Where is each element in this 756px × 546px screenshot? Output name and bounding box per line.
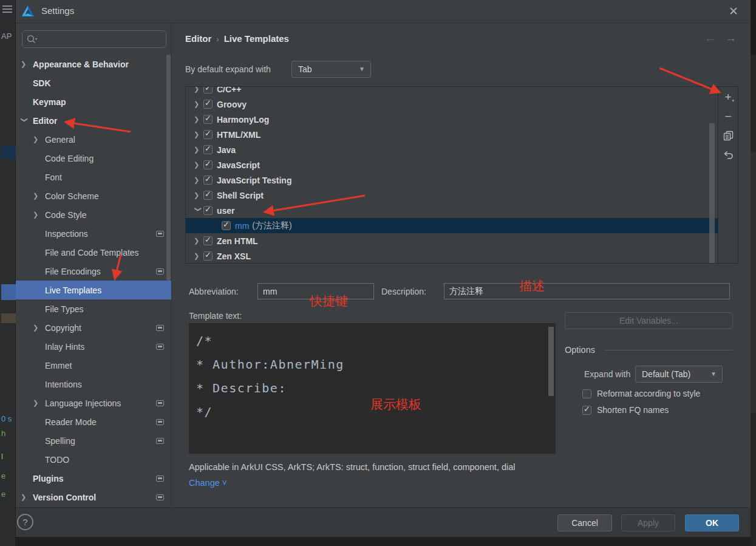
checkbox[interactable] <box>203 206 213 215</box>
breadcrumb-editor[interactable]: Editor <box>185 33 211 44</box>
sidebar-item-intentions[interactable]: Intentions <box>16 375 171 394</box>
checkbox[interactable] <box>203 145 213 154</box>
sidebar-item-file-encodings[interactable]: File Encodings <box>16 262 171 281</box>
chevron-right-icon <box>33 135 41 143</box>
sidebar-item-file-code-templates[interactable]: File and Code Templates <box>16 243 171 262</box>
sidebar-item-code-style[interactable]: Code Style <box>16 205 171 224</box>
checkbox[interactable] <box>222 221 231 230</box>
default-expand-dropdown[interactable]: Tab <box>291 61 371 78</box>
duplicate-template-button[interactable] <box>718 126 738 145</box>
background-selection-fragment <box>1 313 17 323</box>
description-input[interactable] <box>444 283 730 299</box>
sidebar-item-inlay-hints[interactable]: Inlay Hints <box>16 337 171 356</box>
ok-button[interactable]: OK <box>685 514 739 531</box>
tree-scrollbar[interactable] <box>709 123 715 263</box>
sidebar-item-copyright[interactable]: Copyright <box>16 318 171 337</box>
sidebar-item-file-types[interactable]: File Types <box>16 299 171 318</box>
change-contexts-link[interactable]: Change <box>189 478 227 488</box>
restore-defaults-button[interactable] <box>718 145 738 165</box>
sidebar-item-font[interactable]: Font <box>16 168 171 186</box>
tree-group-row[interactable]: JavaScript Testing <box>186 172 718 188</box>
checkbox[interactable] <box>203 130 213 139</box>
close-icon[interactable]: ✕ <box>729 4 738 18</box>
deveco-logo-icon <box>21 5 35 18</box>
modified-indicator-icon <box>156 494 164 500</box>
sidebar-nav: Appearance & Behavior SDK Keymap Editor … <box>16 55 171 507</box>
chevron-down-icon <box>359 66 365 72</box>
tree-group-row[interactable]: Groovy <box>186 97 718 112</box>
tree-group-row[interactable]: Java <box>186 142 718 157</box>
checkbox[interactable] <box>203 160 213 169</box>
tree-group-row[interactable]: C/C++ <box>186 87 718 97</box>
chevron-down-icon <box>222 480 227 487</box>
back-arrow-icon[interactable]: ← <box>704 32 716 45</box>
sidebar-item-inspections[interactable]: Inspections <box>16 224 171 243</box>
ide-background-left-strip: AP 0 s h l e e <box>0 0 16 546</box>
edit-variables-button[interactable]: Edit Variables... <box>565 312 733 329</box>
checkbox[interactable] <box>582 406 591 415</box>
background-text-fragment: h <box>1 429 5 438</box>
undo-icon <box>723 150 734 160</box>
tree-group-row[interactable]: Shell Script <box>186 188 718 203</box>
remove-template-button[interactable]: − <box>718 106 738 126</box>
chevron-right-icon <box>33 399 41 407</box>
checkbox[interactable] <box>203 236 213 245</box>
expand-with-dropdown[interactable]: Default (Tab) <box>635 366 723 383</box>
sidebar-item-todo[interactable]: TODO <box>16 450 171 469</box>
sidebar-item-code-editing[interactable]: Code Editing <box>16 149 171 168</box>
tree-group-row[interactable]: HTML/XML <box>186 127 718 142</box>
sidebar-item-plugins[interactable]: Plugins <box>16 469 171 488</box>
sidebar-item-emmet[interactable]: Emmet <box>16 356 171 375</box>
search-input[interactable] <box>41 32 162 46</box>
checkbox[interactable] <box>582 389 591 398</box>
reformat-checkbox-row[interactable]: Reformat according to style <box>582 389 700 398</box>
modified-indicator-icon <box>156 419 164 425</box>
sidebar-item-reader-mode[interactable]: Reader Mode <box>16 412 171 431</box>
sidebar-item-language-injections[interactable]: Language Injections <box>16 394 171 412</box>
tree-group-row[interactable]: HarmonyLog <box>186 112 718 127</box>
tree-template-row-selected[interactable]: mm(方法注释) <box>186 218 718 233</box>
help-button[interactable]: ? <box>17 514 33 530</box>
search-icon <box>27 35 38 45</box>
checkbox[interactable] <box>203 176 213 185</box>
sidebar-item-spelling[interactable]: Spelling <box>16 431 171 450</box>
sidebar-item-color-scheme[interactable]: Color Scheme <box>16 186 171 205</box>
sidebar-item-appearance-behavior[interactable]: Appearance & Behavior <box>16 55 171 73</box>
background-text-fragment: AP <box>1 32 12 41</box>
checkbox[interactable] <box>203 115 213 124</box>
expand-with-label: Expand with <box>584 369 630 379</box>
checkbox[interactable] <box>203 87 213 94</box>
code-line: /* <box>196 329 556 353</box>
tree-group-row[interactable]: Zen HTML <box>186 233 718 248</box>
sidebar-item-keymap[interactable]: Keymap <box>16 92 171 111</box>
cancel-button[interactable]: Cancel <box>557 514 612 531</box>
chevron-right-icon <box>21 493 29 501</box>
chevron-right-icon <box>33 324 41 332</box>
sidebar-item-editor[interactable]: Editor <box>16 111 171 130</box>
forward-arrow-icon[interactable]: → <box>725 32 737 45</box>
background-text-fragment: 0 s <box>1 414 12 423</box>
tree-group-row-user[interactable]: user <box>186 203 718 218</box>
tree-group-row[interactable]: Zen XSL <box>186 248 718 263</box>
tree-group-row[interactable]: JavaScript <box>186 157 718 172</box>
sidebar-item-version-control[interactable]: Version Control <box>16 488 171 507</box>
add-template-button[interactable]: +▾ <box>718 87 738 106</box>
window-title: Settings <box>41 5 74 16</box>
shorten-fq-checkbox-row[interactable]: Shorten FQ names <box>582 405 669 415</box>
sidebar-item-live-templates[interactable]: Live Templates <box>16 281 171 299</box>
settings-sidebar: Appearance & Behavior SDK Keymap Editor … <box>16 24 172 507</box>
checkbox[interactable] <box>203 251 213 261</box>
editor-scrollbar[interactable] <box>548 327 554 396</box>
chevron-right-icon <box>194 131 203 138</box>
dialog-footer: ? Cancel Apply OK <box>16 507 751 537</box>
sidebar-item-general[interactable]: General <box>16 130 171 149</box>
options-section-title: Options <box>565 345 595 355</box>
annotation-abbreviation-hint: 快捷键 <box>310 293 348 310</box>
apply-button[interactable]: Apply <box>621 514 675 531</box>
search-box[interactable] <box>22 30 166 48</box>
template-text-editor[interactable]: /* * Author:AbnerMing * Describe: */ <box>189 323 556 454</box>
sidebar-item-sdk[interactable]: SDK <box>16 73 171 92</box>
checkbox[interactable] <box>203 191 213 200</box>
checkbox[interactable] <box>203 100 213 109</box>
chevron-down-icon <box>21 117 29 126</box>
